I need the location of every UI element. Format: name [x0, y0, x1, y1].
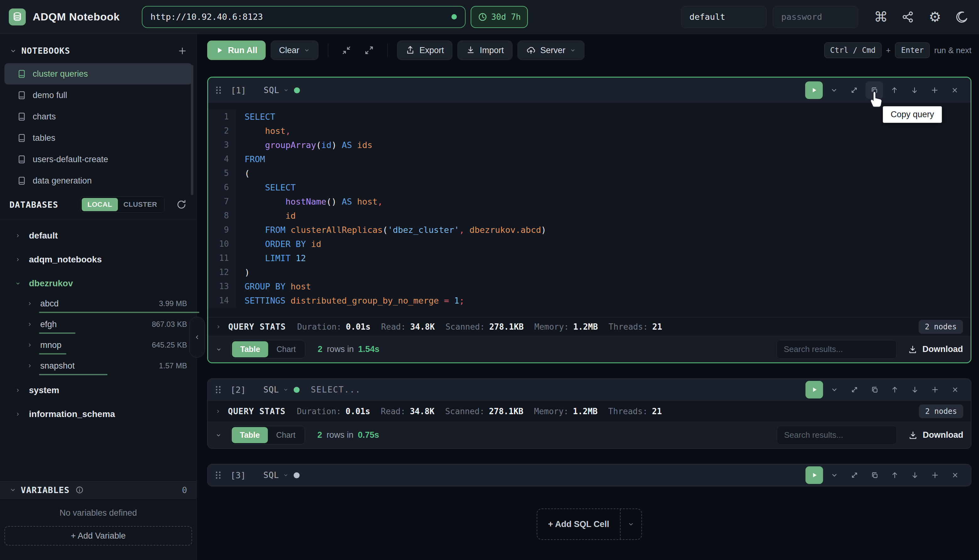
drag-handle-icon[interactable] [215, 385, 222, 394]
add-variable-button[interactable]: + Add Variable [4, 526, 192, 545]
run-cell-button[interactable] [806, 381, 823, 398]
theme-moon-icon[interactable] [954, 9, 970, 25]
code-line: ( [245, 166, 546, 180]
collapse-all-cells-button[interactable] [338, 42, 355, 59]
sql-code[interactable]: SELECT host, groupArray(id) AS idsFROM( … [236, 110, 546, 308]
chevron-down-icon[interactable] [216, 346, 222, 353]
sidebar-notebook-item[interactable]: tables [4, 127, 192, 148]
notebook-toolbar: Run All Clear Expo [207, 40, 971, 60]
table-size-bar [39, 353, 66, 355]
move-cell-down-button[interactable] [906, 381, 924, 398]
scope-cluster-button[interactable]: CLUSTER [118, 198, 163, 211]
cell-menu-chevron-button[interactable] [825, 82, 843, 99]
move-cell-up-button[interactable] [886, 467, 904, 484]
add-cell-below-button[interactable] [926, 381, 944, 398]
sql-editor[interactable]: 1234567891011121314 SELECT host, groupAr… [208, 103, 971, 317]
notebooks-collapse-chevron-icon[interactable] [10, 47, 17, 55]
run-all-button[interactable]: Run All [207, 40, 266, 60]
server-url-input[interactable] [150, 12, 452, 22]
move-cell-up-button[interactable] [886, 82, 903, 99]
table-tree-item[interactable]: snapshot1.57 MB [0, 358, 197, 378]
expand-cell-button[interactable] [846, 467, 863, 484]
move-cell-down-button[interactable] [906, 82, 923, 99]
cell-menu-chevron-button[interactable] [826, 467, 843, 484]
username-input[interactable] [681, 6, 767, 28]
delete-cell-button[interactable] [946, 467, 964, 484]
scope-local-button[interactable]: LOCAL [82, 198, 118, 211]
table-name: snapshot [40, 361, 75, 371]
variables-collapse-chevron-icon[interactable] [10, 487, 16, 493]
chevron-down-icon[interactable] [215, 432, 222, 438]
database-tree-item[interactable]: information_schema [0, 402, 197, 426]
expand-cell-button[interactable] [846, 381, 863, 398]
database-tree-item[interactable]: default [0, 224, 197, 248]
cell-language-select[interactable]: SQL [264, 385, 279, 394]
stat-pair: Threads:21 [609, 322, 662, 332]
cell-status-dot [294, 387, 300, 393]
add-cell-below-button[interactable] [926, 467, 944, 484]
delete-cell-button[interactable] [946, 82, 964, 99]
drag-handle-icon[interactable] [215, 470, 222, 480]
variables-info-icon[interactable] [75, 485, 84, 494]
delete-cell-button[interactable] [946, 381, 964, 398]
table-size: 3.99 MB [159, 299, 187, 308]
add-sql-cell-button[interactable]: + Add SQL Cell [537, 508, 642, 540]
search-results-input[interactable] [777, 426, 897, 445]
add-cell-below-button[interactable] [926, 82, 944, 99]
sidebar-notebook-item[interactable]: cluster queries [4, 63, 192, 85]
table-size-bar [39, 332, 75, 334]
variables-header[interactable]: VARIABLES 0 [0, 481, 197, 499]
export-button[interactable]: Export [397, 40, 452, 60]
database-tree-item[interactable]: system [0, 378, 197, 402]
search-results-input[interactable] [777, 340, 897, 359]
table-tree-item[interactable]: mnop645.25 KB [0, 337, 197, 358]
expand-cell-button[interactable] [846, 82, 863, 99]
run-cell-button[interactable] [806, 467, 823, 484]
database-tree-item[interactable]: adqm_notebooks [0, 248, 197, 272]
sidebar-notebook-item[interactable]: data generation [4, 170, 192, 192]
password-input[interactable] [773, 6, 858, 28]
import-button[interactable]: Import [457, 40, 512, 60]
cell-menu-chevron-button[interactable] [826, 381, 843, 398]
sidebar-notebook-item[interactable]: charts [4, 106, 192, 127]
collapsed-query-preview[interactable]: SELECT... [311, 385, 361, 394]
app-logo-database-icon [9, 8, 26, 25]
settings-gear-icon[interactable]: ⚙ [927, 9, 943, 25]
tab-chart[interactable]: Chart [268, 427, 304, 443]
refresh-databases-icon[interactable] [176, 199, 187, 210]
expand-all-cells-button[interactable] [360, 42, 378, 59]
cell-language-select[interactable]: SQL [264, 85, 280, 95]
copy-query-button[interactable] [866, 467, 884, 484]
database-tree-item[interactable]: dbezrukov [0, 272, 197, 295]
table-tree-item[interactable]: abcd3.99 MB [0, 295, 197, 316]
tab-table[interactable]: Table [232, 427, 268, 443]
tab-chart[interactable]: Chart [268, 341, 304, 357]
clear-button[interactable]: Clear [271, 40, 319, 60]
sidebar-notebook-item[interactable]: users-default-create [4, 148, 192, 170]
chevron-right-icon[interactable] [215, 408, 221, 414]
cell-language-select[interactable]: SQL [264, 470, 279, 480]
chevron-right-icon[interactable] [216, 324, 221, 330]
move-cell-down-button[interactable] [906, 467, 924, 484]
chevron-down-icon [283, 87, 289, 93]
server-menu-button[interactable]: Server [517, 40, 585, 60]
databases-tree: defaultadqm_notebooksdbezrukovabcd3.99 M… [0, 219, 197, 426]
move-cell-up-button[interactable] [886, 381, 904, 398]
add-notebook-button[interactable] [178, 46, 187, 56]
nodes-badge: 2 nodes [919, 405, 963, 418]
tab-table[interactable]: Table [232, 341, 268, 357]
download-button[interactable]: Download [908, 344, 963, 354]
run-cell-button[interactable] [805, 82, 823, 99]
drag-handle-icon[interactable] [215, 85, 222, 95]
table-tree-item[interactable]: efgh867.03 KB [0, 316, 197, 337]
sidebar-collapse-handle[interactable] [189, 317, 205, 358]
copy-query-button[interactable] [866, 381, 884, 398]
table-name: abcd [40, 299, 59, 308]
chevron-right-icon [15, 257, 21, 262]
share-icon[interactable] [900, 9, 916, 25]
command-shortcuts-icon[interactable]: ⌘ [873, 9, 889, 25]
sidebar-notebook-item[interactable]: demo full [4, 85, 192, 106]
download-button[interactable]: Download [908, 430, 963, 440]
notebooks-scrollbar[interactable] [191, 65, 193, 195]
results-bar: Table Chart 2 rows in 0.75s Download [208, 422, 971, 448]
